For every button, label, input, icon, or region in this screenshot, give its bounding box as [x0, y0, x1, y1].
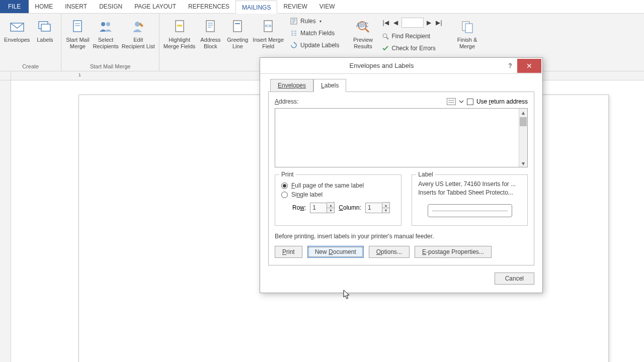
- start-mail-merge-button[interactable]: Start Mail Merge: [64, 16, 91, 51]
- envelopes-button[interactable]: Envelopes: [3, 16, 31, 44]
- address-block-button[interactable]: Address Block: [197, 16, 223, 51]
- label-preview[interactable]: [428, 204, 512, 217]
- dialog-body: Envelopes Labels Address: Use return add…: [260, 74, 542, 293]
- close-button[interactable]: ✕: [517, 59, 541, 73]
- record-nav: |◀ ◀ ▶ ▶|: [379, 16, 446, 30]
- check-label: Check for Errors: [392, 45, 436, 52]
- dialog-title: Envelopes and Labels: [260, 62, 503, 69]
- new-document-button[interactable]: New Document: [307, 246, 364, 258]
- greeting-icon: [229, 19, 246, 35]
- col-up[interactable]: ▲: [382, 203, 389, 208]
- single-label-label: Single label: [291, 191, 323, 198]
- find-recipient-button[interactable]: Find Recipient: [379, 31, 446, 42]
- label-legend: Label: [416, 171, 435, 178]
- svg-point-7: [106, 22, 110, 26]
- scroll-down-button[interactable]: ▾: [520, 159, 527, 167]
- find-label: Find Recipient: [392, 33, 431, 40]
- tab-design[interactable]: DESIGN: [93, 0, 128, 13]
- greeting-line-button[interactable]: Greeting Line: [224, 16, 251, 51]
- scroll-up-button[interactable]: ▴: [520, 109, 527, 116]
- epostage-button[interactable]: E-postage Properties...: [415, 246, 492, 258]
- single-label-radio-row[interactable]: Single label: [281, 191, 395, 198]
- envelopes-tab[interactable]: Envelopes: [270, 79, 313, 92]
- tab-page-layout[interactable]: PAGE LAYOUT: [128, 0, 182, 13]
- tab-mailings[interactable]: MAILINGS: [235, 1, 277, 14]
- single-label-radio[interactable]: [281, 192, 288, 198]
- svg-line-21: [365, 29, 369, 32]
- tab-insert[interactable]: INSERT: [59, 0, 93, 13]
- group-title-start: Start Mail Merge: [64, 62, 155, 71]
- check-errors-button[interactable]: Check for Errors: [379, 43, 446, 54]
- envelopes-label: Envelopes: [4, 37, 30, 43]
- printer-note: Before printing, insert labels in your p…: [275, 233, 528, 240]
- greeting-label: Greeting Line: [227, 37, 248, 50]
- labels-icon: [37, 19, 53, 35]
- document-icon: [69, 19, 86, 35]
- scrollbar-thumb[interactable]: [520, 117, 527, 126]
- rules-button[interactable]: Rules▾: [288, 16, 341, 27]
- print-button[interactable]: Print: [275, 246, 302, 258]
- find-icon: [381, 32, 389, 40]
- scrollbar[interactable]: ▴ ▾: [519, 109, 527, 167]
- finish-merge-button[interactable]: Finish & Merge: [454, 16, 480, 51]
- row-up[interactable]: ▲: [327, 203, 334, 208]
- dialog-titlebar[interactable]: Envelopes and Labels ? ✕: [260, 58, 542, 74]
- address-book-icon[interactable]: [447, 98, 456, 105]
- preview-label: Preview Results: [353, 37, 373, 50]
- svg-rect-3: [73, 21, 82, 32]
- tab-review[interactable]: REVIEW: [277, 0, 313, 13]
- highlight-label: Highlight Merge Fields: [164, 37, 196, 50]
- last-record-button[interactable]: ▶|: [435, 18, 444, 27]
- group-create: Envelopes Labels Create: [0, 14, 61, 71]
- first-record-button[interactable]: |◀: [381, 18, 390, 27]
- options-button[interactable]: Options...: [369, 246, 410, 258]
- svg-rect-10: [177, 25, 182, 27]
- label-info-line1: Avery US Letter, 74160 Inserts for ...: [418, 180, 521, 189]
- full-page-label: Full page of the same label: [291, 182, 364, 189]
- column-input[interactable]: [365, 203, 382, 213]
- dialog-tabs: Envelopes Labels: [270, 79, 534, 92]
- help-button[interactable]: ?: [503, 59, 517, 73]
- tab-file[interactable]: FILE: [0, 0, 29, 13]
- rules-label: Rules: [300, 18, 316, 25]
- labels-tab[interactable]: Labels: [313, 79, 346, 92]
- tab-view[interactable]: VIEW: [313, 0, 341, 13]
- insert-merge-field-button[interactable]: «» Insert Merge Field: [252, 16, 285, 51]
- print-fieldset: Print Full page of the same label Single…: [275, 174, 401, 226]
- labels-label: Labels: [37, 37, 53, 43]
- rules-icon: [290, 17, 298, 25]
- column-spinner[interactable]: ▲▼: [365, 202, 390, 213]
- update-label: Update Labels: [300, 42, 339, 49]
- finish-icon: [459, 19, 475, 35]
- update-labels-button[interactable]: Update Labels: [288, 40, 341, 51]
- use-return-label: Use return address: [476, 98, 528, 105]
- match-fields-button[interactable]: Match Fields: [288, 28, 341, 39]
- edit-recipient-list-button[interactable]: Edit Recipient List: [121, 16, 156, 51]
- row-spinner[interactable]: ▲▼: [310, 202, 335, 213]
- select-recipients-button[interactable]: Select Recipients: [92, 16, 119, 51]
- svg-point-6: [101, 22, 105, 26]
- tab-home[interactable]: HOME: [29, 0, 59, 13]
- prev-record-button[interactable]: ◀: [391, 18, 400, 27]
- insert-field-icon: «»: [260, 19, 276, 35]
- preview-results-button[interactable]: ABC Preview Results: [350, 16, 376, 51]
- row-input[interactable]: [310, 203, 327, 213]
- svg-rect-15: [233, 21, 242, 32]
- row-down[interactable]: ▼: [327, 208, 334, 213]
- labels-button[interactable]: Labels: [32, 16, 58, 44]
- full-page-radio-row[interactable]: Full page of the same label: [281, 182, 395, 189]
- next-record-button[interactable]: ▶: [425, 18, 434, 27]
- record-number-field[interactable]: [401, 18, 424, 28]
- address-block-label: Address Block: [200, 37, 220, 50]
- vertical-ruler[interactable]: [0, 80, 11, 362]
- people-icon: [98, 19, 114, 35]
- full-page-radio[interactable]: [281, 183, 288, 189]
- address-textarea[interactable]: ▴ ▾: [275, 108, 528, 167]
- start-merge-label: Start Mail Merge: [66, 37, 89, 50]
- cancel-button[interactable]: Cancel: [495, 273, 534, 285]
- use-return-address-checkbox[interactable]: [467, 99, 473, 105]
- highlight-merge-fields-button[interactable]: Highlight Merge Fields: [163, 16, 197, 51]
- tab-references[interactable]: REFERENCES: [182, 0, 235, 13]
- dropdown-arrow-icon[interactable]: [459, 99, 464, 104]
- col-down[interactable]: ▼: [382, 208, 389, 213]
